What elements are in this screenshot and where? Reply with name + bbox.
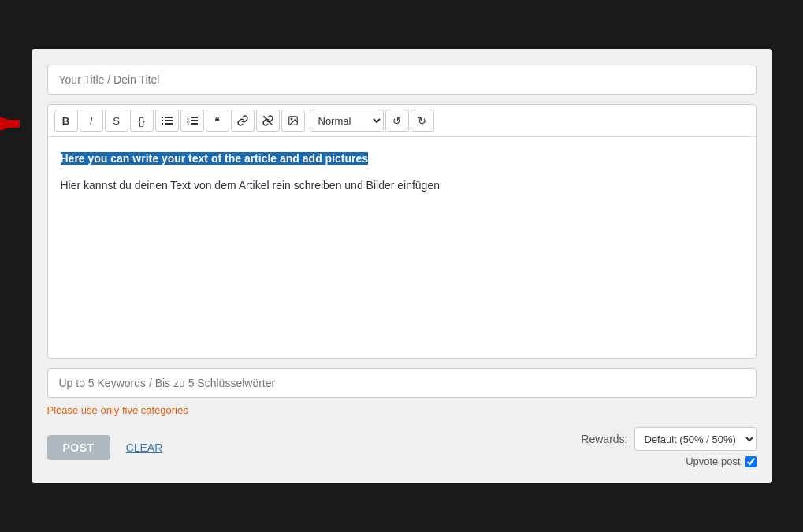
editor-heading: Here you can write your text of the arti… [61,150,743,167]
quote-button[interactable]: ❝ [206,110,229,132]
validation-message: Please use only five categories [47,404,757,416]
svg-rect-2 [162,117,163,118]
unlink-icon [262,115,273,126]
red-arrow [0,108,32,140]
svg-rect-9 [191,117,198,118]
rewards-select[interactable]: Default (50% / 50%) 100% Steem Power Dec… [634,427,757,451]
svg-rect-11 [191,120,198,121]
keywords-input[interactable] [47,368,757,398]
svg-rect-13 [191,123,198,125]
strikethrough-button[interactable]: S [105,110,128,132]
format-select[interactable]: Normal Heading 1 Heading 2 Heading 3 [310,110,384,132]
svg-rect-7 [165,123,173,125]
clear-button[interactable]: CLEAR [126,441,163,454]
svg-rect-3 [165,117,173,118]
bold-button[interactable]: B [54,110,78,132]
svg-point-16 [291,118,292,120]
redo-button[interactable]: ↻ [411,110,434,132]
svg-rect-6 [162,123,163,125]
svg-rect-4 [162,120,163,121]
unlink-button[interactable] [256,110,280,132]
left-actions: POST CLEAR [47,435,163,460]
unordered-list-button[interactable] [155,110,179,132]
rewards-row: Rewards: Default (50% / 50%) 100% Steem … [581,427,756,451]
link-button[interactable] [231,110,255,132]
code-button[interactable]: {} [130,110,154,132]
post-button[interactable]: POST [47,435,110,460]
ordered-list-button[interactable]: 1. 2. 3. [180,110,204,132]
ol-icon: 1. 2. 3. [187,116,198,125]
svg-rect-5 [165,120,173,121]
upvote-checkbox[interactable] [745,456,757,467]
image-icon [288,115,299,126]
upvote-row: Upvote post [686,456,756,467]
svg-text:3.: 3. [187,121,190,125]
editor-body-text: Hier kannst du deinen Text von dem Artik… [61,177,743,194]
main-container: B I S {} 1. [32,49,772,483]
editor-area[interactable]: Here you can write your text of the arti… [48,137,756,358]
toolbar: B I S {} 1. [48,105,756,137]
italic-button[interactable]: I [80,110,103,132]
title-input[interactable] [47,65,757,95]
rewards-label: Rewards: [581,433,627,445]
actions-row: POST CLEAR Rewards: Default (50% / 50%) … [47,427,757,467]
upvote-label: Upvote post [686,456,740,467]
image-button[interactable] [281,110,305,132]
editor-wrapper: B I S {} 1. [47,104,757,359]
link-icon [237,115,248,126]
ul-icon [162,116,173,125]
right-actions: Rewards: Default (50% / 50%) 100% Steem … [581,427,756,467]
undo-button[interactable]: ↺ [385,110,409,132]
